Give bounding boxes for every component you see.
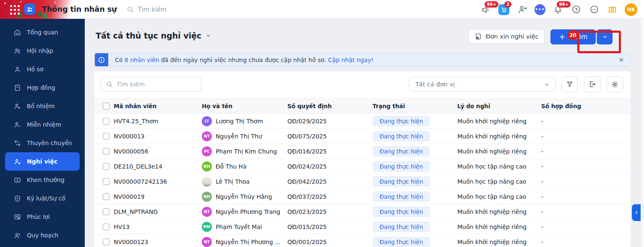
employee-code: NV000019	[114, 193, 202, 200]
row-checkbox[interactable]	[103, 224, 110, 230]
sidebar-item-11[interactable]: Quy hoạch	[5, 226, 80, 244]
table-row[interactable]: NV0000123NTNguyễn Thị Phương ...QĐ/001/2…	[94, 234, 631, 247]
employee-count-link[interactable]: 8 nhân viên	[125, 57, 159, 63]
page-scrollbar[interactable]	[640, 19, 644, 247]
filter-button[interactable]	[561, 76, 578, 92]
svg-text:?: ?	[575, 7, 577, 12]
sidebar-item-5[interactable]: Miễn nhiệm	[5, 115, 80, 134]
unit-filter-select[interactable]: Tất cả đơn vị	[409, 77, 556, 92]
leave-request-button[interactable]: Đơn xin nghỉ việc	[468, 29, 545, 44]
employee-name-cell: ĐHĐỗ Thu Hà	[202, 161, 287, 172]
settings-button[interactable]	[607, 76, 623, 92]
annotation-number-badge: 20	[568, 30, 578, 40]
employee-code: NV000007242136	[114, 178, 202, 185]
invite-user-button[interactable]	[516, 4, 527, 15]
team-icon	[13, 47, 21, 55]
decision-number: QĐ/023/2025	[287, 208, 373, 215]
table-search-input[interactable]	[117, 81, 188, 88]
chat-button[interactable]: •••	[534, 4, 545, 15]
sidebar-item-label: Phúc lợi	[27, 213, 50, 220]
employee-name-cell: PCPhạm Thị Kim Chung	[202, 146, 287, 156]
row-checkbox[interactable]	[103, 148, 110, 155]
row-checkbox[interactable]	[103, 133, 110, 140]
row-checkbox[interactable]	[103, 178, 110, 185]
update-now-link[interactable]: Cập nhật ngay!	[328, 57, 373, 63]
sidebar-item-label: Hội nhập	[27, 47, 53, 54]
status-badge: Đang thực hiện	[373, 176, 430, 187]
col-header-code: Mã nhân viên	[114, 103, 202, 109]
app-launcher-icon[interactable]	[10, 5, 20, 15]
side-panel-collapse-tab[interactable]	[632, 204, 641, 221]
help-button[interactable]: ?	[571, 4, 581, 15]
planning-icon	[13, 231, 21, 239]
user-avatar[interactable]: NK	[625, 3, 637, 16]
global-search[interactable]	[127, 0, 213, 19]
contract-number: -	[541, 133, 631, 140]
table-row[interactable]: NV000013NTNguyễn Thị ThưQĐ/075/2025Đang …	[94, 129, 631, 144]
leave-request-label: Đơn xin nghỉ việc	[485, 33, 538, 40]
sidebar: Tổng quanHội nhậpHồ sơHợp đồngBổ nhiệmMi…	[0, 19, 85, 247]
row-checkbox[interactable]	[103, 118, 110, 125]
banner-close-button[interactable]: ✕	[618, 56, 624, 64]
view-switcher[interactable]: Tất cả thủ tục nghỉ việc	[96, 31, 211, 40]
contract-number: -	[541, 208, 631, 215]
employee-name: Đỗ Thu Hà	[216, 163, 247, 170]
whats-new-button[interactable]	[607, 4, 618, 15]
employee-avatar: NT	[202, 207, 212, 217]
table-row[interactable]: DE210_DEL3e14ĐHĐỗ Thu HàQĐ/024/2025Đang …	[94, 159, 631, 174]
status-badge: Đang thực hiện	[373, 116, 430, 127]
person-plus-icon	[13, 102, 21, 110]
table-row[interactable]: HV13PMPhạm Tuyết MaiQĐ/015/2025Đang thực…	[94, 219, 631, 234]
leave-reason: Muốn khởi nghiệp riêng	[457, 148, 541, 155]
contract-number: -	[541, 193, 631, 200]
global-search-input[interactable]	[138, 6, 213, 13]
employee-name: Phạm Thị Kim Chung	[216, 148, 277, 155]
table-search[interactable]	[101, 77, 201, 92]
cart-button[interactable]: 2	[498, 4, 509, 15]
hr-app-icon[interactable]	[24, 3, 36, 15]
employee-name: Phạm Tuyết Mai	[216, 224, 262, 230]
more-button[interactable]	[589, 4, 600, 15]
table-row[interactable]: DLM_NPTRANGNTNguyễn Phương TrangQĐ/023/2…	[94, 204, 631, 219]
table-row[interactable]: NV000019NHNguyễn Thúy HằngQĐ/037/2025Đan…	[94, 189, 631, 204]
announcements-button[interactable]: 99+	[480, 4, 491, 15]
col-header-reason: Lý do nghỉ	[457, 103, 541, 109]
table-row[interactable]: NV000007242136Lê Thị ThoaQĐ/042/2025Đang…	[94, 174, 631, 189]
col-header-decision: Số quyết định	[287, 103, 373, 109]
leave-reason: Muốn khởi nghiệp riêng	[457, 133, 541, 140]
decision-number: QĐ/042/2025	[287, 178, 373, 185]
sidebar-item-6[interactable]: Thuyên chuyển	[5, 134, 80, 152]
employee-name-cell: NTNguyễn Thị Thư	[202, 131, 287, 141]
row-checkbox[interactable]	[103, 163, 110, 170]
employee-name-cell: LTLương Thị Thơm	[202, 116, 287, 126]
sidebar-item-4[interactable]: Bổ nhiệm	[5, 97, 80, 115]
table-row[interactable]: NV0000056PCPhạm Thị Kim ChungQĐ/016/2025…	[94, 144, 631, 159]
sidebar-item-8[interactable]: Khen thưởng	[5, 171, 80, 189]
table-row[interactable]: HVT4.25_ThơmLTLương Thị ThơmQĐ/029/2025Đ…	[94, 114, 631, 129]
employee-avatar: PM	[202, 222, 212, 232]
sidebar-item-label: Quy hoạch	[27, 232, 58, 239]
sidebar-item-7[interactable]: Nghỉ việc	[5, 152, 80, 171]
employee-name-cell: Lê Thị Thoa	[202, 177, 287, 187]
notifications-button[interactable]: 99+	[553, 4, 563, 15]
select-all-checkbox[interactable]	[103, 103, 110, 109]
row-checkbox[interactable]	[103, 239, 110, 245]
col-header-status: Trạng thái	[373, 103, 457, 109]
employee-code: NV0000056	[114, 148, 202, 155]
row-checkbox[interactable]	[103, 208, 110, 215]
employee-avatar: NT	[202, 131, 212, 141]
add-dropdown-button[interactable]	[597, 29, 613, 44]
export-button[interactable]	[584, 76, 600, 92]
sidebar-item-9[interactable]: Kỷ luật/Sự cố	[5, 189, 80, 208]
page-title: Thông tin nhân sự	[42, 0, 117, 19]
table-panel: Tất cả đơn vị	[94, 71, 631, 247]
sidebar-item-3[interactable]: Hợp đồng	[5, 78, 80, 97]
sidebar-item-2[interactable]: Hồ sơ	[5, 60, 80, 78]
status-badge: Đang thực hiện	[373, 146, 430, 157]
decision-number: QĐ/016/2025	[287, 148, 373, 155]
row-checkbox[interactable]	[103, 193, 110, 200]
sidebar-item-1[interactable]: Hội nhập	[5, 42, 80, 60]
sidebar-item-0[interactable]: Tổng quan	[5, 23, 80, 42]
sidebar-item-10[interactable]: Phúc lợi	[5, 208, 80, 226]
decision-number: QĐ/001/2025	[287, 239, 373, 245]
